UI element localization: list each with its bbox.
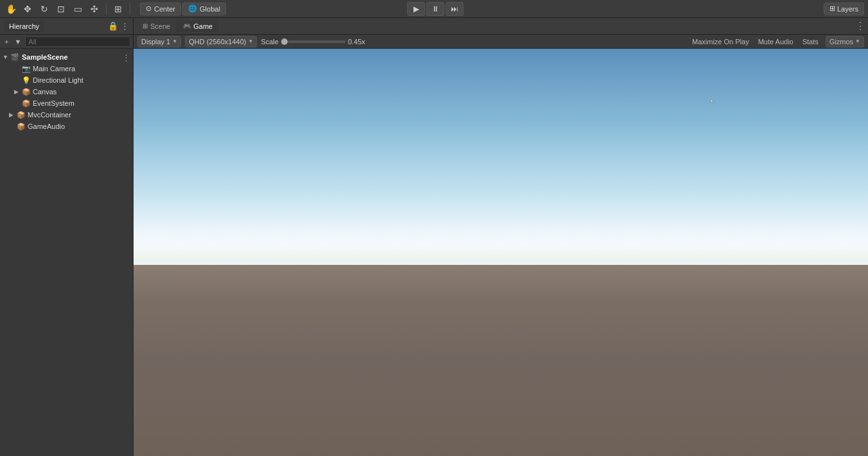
mvccontainer-label: MvcContainer — [28, 111, 71, 119]
hierarchy-item-directional-light[interactable]: 💡 Directional Light — [0, 74, 133, 86]
toolbar-sep-1 — [106, 3, 107, 15]
layers-button[interactable]: ⊞ Layers — [824, 3, 864, 15]
display-label: Display 1 — [141, 38, 170, 46]
directional-light-label: Directional Light — [33, 76, 83, 84]
play-icon: ▶ — [413, 4, 419, 13]
canvas-icon: 📦 — [22, 88, 31, 96]
gizmos-btn[interactable]: Gizmos ▼ — [826, 36, 864, 47]
center-icon: ⊙ — [146, 4, 152, 13]
global-label: Global — [200, 5, 220, 13]
scale-value: 0.45x — [348, 38, 365, 46]
mute-audio-btn[interactable]: Mute Audio — [756, 37, 795, 46]
play-button[interactable]: ▶ — [407, 2, 425, 16]
scene-tab-label: Scene — [150, 22, 170, 30]
rotate-tool-icon[interactable]: ↻ — [37, 2, 51, 16]
pivot-center-btn[interactable]: ⊙ Center — [140, 3, 181, 15]
maximize-on-play-btn[interactable]: Maximize On Play — [690, 37, 751, 46]
mvccontainer-icon: 📦 — [17, 111, 26, 119]
hierarchy-content: ▼ 🎬 SampleScene ⋮ 📷 Main Camera 💡 Direct… — [0, 49, 133, 456]
stats-btn[interactable]: Stats — [801, 37, 820, 46]
eventsystem-label: EventSystem — [33, 99, 74, 107]
hierarchy-item-mvccontainer[interactable]: ▶ 📦 MvcContainer — [0, 109, 133, 121]
expand-arrow-mvc: ▶ — [9, 112, 17, 118]
pause-button[interactable]: ⏸ — [426, 2, 444, 16]
main-camera-label: Main Camera — [33, 65, 75, 72]
scene-tab[interactable]: ⊞ Scene — [136, 21, 177, 32]
pivot-global-btn[interactable]: 🌐 Global — [182, 3, 226, 15]
pivot-label: Center — [154, 5, 175, 13]
step-icon: ⏭ — [451, 4, 458, 13]
game-tab[interactable]: 🎮 Game — [177, 21, 219, 32]
display-dropdown-arrow: ▼ — [172, 38, 177, 44]
scene-menu-icon[interactable]: ⋮ — [122, 53, 130, 62]
move-tool-icon[interactable]: ✥ — [21, 2, 35, 16]
game-tab-icon: 🎮 — [183, 22, 191, 30]
resolution-dropdown[interactable]: QHD (2560x1440) ▼ — [185, 36, 257, 47]
main-view: ⊞ Scene 🎮 Game ⋮ Display 1 ▼ QHD (2560x1… — [134, 18, 868, 456]
add-hierarchy-btn[interactable]: + — [3, 37, 10, 46]
toolbar-sep-2 — [130, 3, 130, 15]
transform-tool-icon[interactable]: ✣ — [87, 2, 101, 16]
gizmos-label: Gizmos — [829, 38, 853, 46]
custom-tool-icon[interactable]: ⊞ — [111, 2, 125, 16]
expand-arrow-canvas: ▶ — [14, 89, 22, 95]
pivot-group: ⊙ Center 🌐 Global — [140, 3, 226, 15]
panel-row: Hierarchy 🔒 ⋮ + ▼ ▼ 🎬 SampleScene ⋮ — [0, 18, 868, 456]
hierarchy-tab-label: Hierarchy — [9, 22, 39, 30]
hierarchy-menu-icon[interactable]: ⋮ — [121, 21, 129, 31]
global-icon: 🌐 — [188, 4, 197, 13]
ground-plane — [134, 265, 868, 456]
hierarchy-item-eventsystem[interactable]: 📦 EventSystem — [0, 97, 133, 109]
hierarchy-item-canvas[interactable]: ▶ 📦 Canvas — [0, 86, 133, 97]
hierarchy-toolbar: + ▼ — [0, 35, 133, 49]
pause-icon: ⏸ — [431, 4, 439, 13]
hierarchy-tab[interactable]: Hierarchy — [4, 21, 44, 32]
play-controls: ▶ ⏸ ⏭ — [407, 2, 464, 16]
display-dropdown[interactable]: Display 1 ▼ — [137, 36, 181, 47]
layers-label: Layers — [837, 5, 858, 13]
hierarchy-header-icons: 🔒 ⋮ — [108, 21, 129, 31]
top-toolbar: ✋ ✥ ↻ ⊡ ▭ ✣ ⊞ ⊙ Center 🌐 Global ▶ ⏸ ⏭ ⊞ … — [0, 0, 868, 18]
canvas-label: Canvas — [33, 88, 56, 96]
light-icon: 💡 — [22, 76, 31, 85]
scene-icon: 🎬 — [10, 53, 19, 62]
scene-name: SampleScene — [22, 53, 68, 61]
lock-icon[interactable]: 🔒 — [108, 21, 118, 31]
scale-slider[interactable] — [281, 40, 345, 43]
game-viewport[interactable] — [134, 49, 868, 456]
hierarchy-item-main-camera[interactable]: 📷 Main Camera — [0, 63, 133, 74]
view-more-icon[interactable]: ⋮ — [855, 20, 865, 32]
game-toolbar-right: Maximize On Play Mute Audio Stats Gizmos… — [690, 36, 864, 47]
scale-container: Scale 0.45x — [261, 38, 365, 46]
gameaudio-icon: 📦 — [17, 122, 26, 131]
expand-arrow-scene: ▼ — [3, 54, 10, 60]
gizmos-arrow: ▼ — [855, 38, 860, 44]
scale-label: Scale — [261, 38, 279, 46]
rect-tool-icon[interactable]: ▭ — [71, 2, 85, 16]
hierarchy-panel: Hierarchy 🔒 ⋮ + ▼ ▼ 🎬 SampleScene ⋮ — [0, 18, 134, 456]
hierarchy-arrow[interactable]: ▼ — [12, 37, 23, 46]
layers-icon: ⊞ — [829, 4, 835, 13]
sky-gradient — [134, 49, 868, 273]
gameaudio-label: GameAudio — [28, 122, 65, 130]
step-button[interactable]: ⏭ — [446, 2, 464, 16]
scale-thumb — [281, 38, 288, 45]
scale-tool-icon[interactable]: ⊡ — [54, 2, 68, 16]
hand-tool-icon[interactable]: ✋ — [4, 2, 18, 16]
hierarchy-header: Hierarchy 🔒 ⋮ — [0, 18, 133, 35]
resolution-dropdown-arrow: ▼ — [248, 38, 253, 44]
camera-icon: 📷 — [22, 65, 31, 73]
game-tab-label: Game — [193, 22, 213, 30]
hierarchy-item-gameaudio[interactable]: 📦 GameAudio — [0, 121, 133, 132]
hierarchy-search[interactable] — [25, 37, 130, 47]
game-toolbar: Display 1 ▼ QHD (2560x1440) ▼ Scale 0.45… — [134, 35, 868, 49]
scene-root-item[interactable]: ▼ 🎬 SampleScene ⋮ — [0, 51, 133, 63]
scene-tab-icon: ⊞ — [143, 22, 148, 30]
view-tabs: ⊞ Scene 🎮 Game ⋮ — [134, 18, 868, 35]
resolution-label: QHD (2560x1440) — [189, 38, 246, 46]
eventsystem-icon: 📦 — [22, 99, 31, 108]
